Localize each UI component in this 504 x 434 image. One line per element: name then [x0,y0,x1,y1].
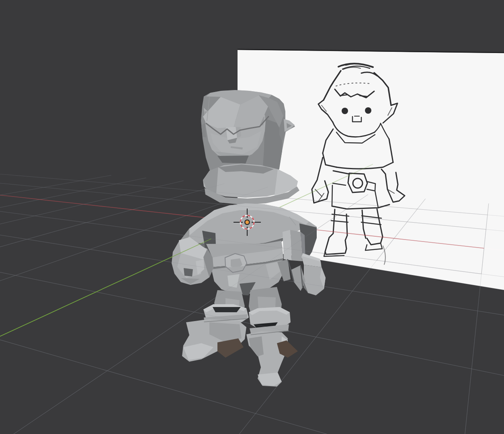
viewport-canvas[interactable] [0,0,504,434]
blender-3d-viewport[interactable] [0,0,504,434]
